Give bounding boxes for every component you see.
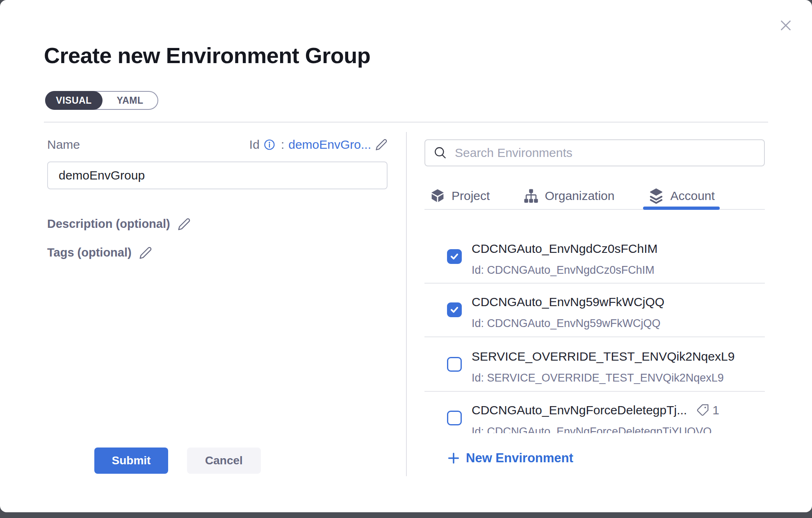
- page-title: Create new Environment Group: [44, 43, 370, 68]
- environment-name: CDCNGAuto_EnvNg59wFkWCjQQ: [472, 295, 664, 309]
- cube-icon: [429, 188, 446, 204]
- search-box: [424, 139, 765, 166]
- environment-row[interactable]: SERVICE_OVERRIDE_TEST_ENVQik2NqexL9 Id: …: [424, 337, 765, 392]
- environment-name: CDCNGAuto_EnvNgForceDeletegpTj...: [472, 403, 687, 417]
- description-row: Description (optional): [47, 217, 191, 231]
- tag-count: 1: [712, 403, 719, 417]
- new-environment-label: New Environment: [466, 451, 573, 466]
- plus-icon: [447, 452, 460, 465]
- environment-list: CDCNGAuto_EnvNgdCz0sFChIM Id: CDCNGAuto_…: [424, 211, 765, 433]
- environment-text: CDCNGAuto_EnvNgdCz0sFChIM Id: CDCNGAuto_…: [472, 242, 765, 277]
- description-label: Description (optional): [47, 217, 170, 231]
- environment-text: CDCNGAuto_EnvNgForceDeletegpTj... 1 Id: …: [472, 403, 765, 433]
- name-input[interactable]: [47, 161, 388, 189]
- environment-name: CDCNGAuto_EnvNgdCz0sFChIM: [472, 242, 657, 256]
- id-colon: :: [281, 138, 284, 152]
- close-icon[interactable]: [778, 17, 794, 34]
- layers-icon: [648, 188, 664, 204]
- name-label: Name: [47, 138, 80, 152]
- dialog-actions: Submit Cancel: [94, 448, 261, 474]
- tab-underline: [643, 207, 719, 210]
- tab-account[interactable]: Account: [643, 183, 719, 209]
- environment-id: Id: CDCNGAuto_EnvNgdCz0sFChIM: [472, 264, 753, 277]
- edit-description-pencil-icon[interactable]: [178, 218, 191, 231]
- id-label: Id: [249, 138, 260, 152]
- edit-id-pencil-icon[interactable]: [375, 139, 388, 151]
- name-id-row: Name Id : demoEnvGro...: [47, 138, 388, 152]
- tab-organization[interactable]: Organization: [518, 183, 619, 209]
- tab-project[interactable]: Project: [424, 183, 495, 209]
- tab-yaml[interactable]: YAML: [103, 92, 157, 109]
- tab-visual[interactable]: VISUAL: [45, 91, 103, 110]
- edit-tags-pencil-icon[interactable]: [139, 246, 152, 259]
- environment-id: Id: SERVICE_OVERRIDE_TEST_ENVQik2NqexL9: [472, 372, 753, 384]
- environment-text: SERVICE_OVERRIDE_TEST_ENVQik2NqexL9 Id: …: [472, 350, 765, 384]
- environment-row[interactable]: CDCNGAuto_EnvNgForceDeletegpTj... 1 Id: …: [424, 392, 765, 433]
- search-input[interactable]: [455, 146, 756, 160]
- environment-row[interactable]: CDCNGAuto_EnvNg59wFkWCjQQ Id: CDCNGAuto_…: [424, 284, 765, 337]
- cancel-button[interactable]: Cancel: [187, 448, 261, 474]
- tags-label: Tags (optional): [47, 246, 132, 259]
- environment-row[interactable]: CDCNGAuto_EnvNgdCz0sFChIM Id: CDCNGAuto_…: [424, 211, 765, 284]
- submit-button[interactable]: Submit: [94, 448, 168, 474]
- environment-id: Id: CDCNGAuto_EnvNgForceDeletegpTjYUQVQ: [472, 425, 753, 433]
- id-group: Id : demoEnvGro...: [249, 138, 388, 152]
- id-value-link[interactable]: demoEnvGro...: [288, 138, 371, 152]
- environment-checkbox[interactable]: [447, 302, 462, 317]
- environment-checkbox[interactable]: [447, 249, 462, 264]
- visual-yaml-toggle: VISUAL YAML: [45, 91, 158, 110]
- org-chart-icon: [523, 188, 539, 204]
- environment-checkbox[interactable]: [447, 411, 462, 425]
- tab-account-label: Account: [670, 189, 714, 203]
- tag-icon: [696, 404, 709, 417]
- header-divider: [44, 122, 768, 123]
- environment-checkbox[interactable]: [447, 357, 462, 372]
- environment-id: Id: CDCNGAuto_EnvNg59wFkWCjQQ: [472, 317, 753, 330]
- info-icon[interactable]: [264, 139, 275, 150]
- tags-row: Tags (optional): [47, 246, 152, 259]
- environment-name: SERVICE_OVERRIDE_TEST_ENVQik2NqexL9: [472, 350, 734, 364]
- tab-organization-label: Organization: [545, 189, 614, 203]
- search-icon: [433, 146, 447, 160]
- create-environment-group-dialog: Create new Environment Group VISUAL YAML…: [0, 0, 812, 512]
- tab-project-label: Project: [452, 189, 490, 203]
- new-environment-button[interactable]: New Environment: [447, 451, 573, 466]
- scope-tabs: Project Organization Account: [424, 183, 765, 210]
- vertical-divider: [406, 132, 407, 476]
- tag-count-group: 1: [696, 403, 719, 417]
- environment-text: CDCNGAuto_EnvNg59wFkWCjQQ Id: CDCNGAuto_…: [472, 295, 765, 330]
